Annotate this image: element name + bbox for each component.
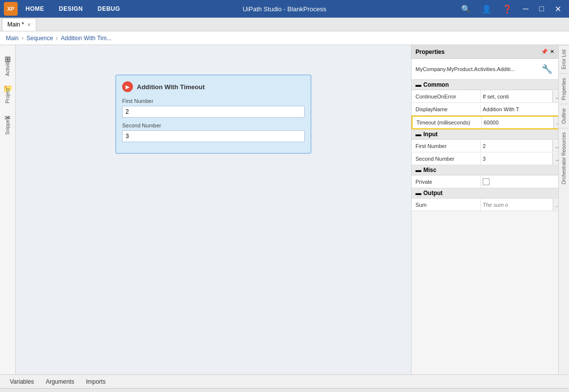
section-output[interactable]: ▬ Output (412, 188, 558, 198)
breadcrumb-sep1: › (22, 35, 24, 42)
prop-sum: Sum … (412, 198, 558, 211)
activity-header: ▶ Addition With Timeout (122, 81, 305, 92)
prop-value-cell-sum: … (480, 199, 564, 211)
output-tabs-bar: Output Breakpoints (0, 388, 569, 392)
tab-breakpoints[interactable]: Breakpoints (33, 390, 76, 392)
prop-name-continue: ContinueOnError (412, 92, 480, 101)
prop-value-cell-first: … (480, 140, 563, 152)
activity-block: ▶ Addition With Timeout First Number Sec… (115, 74, 311, 154)
user-btn[interactable]: 👤 (478, 2, 495, 16)
prop-continue-on-error: ContinueOnError … (412, 90, 558, 103)
wrench-icon: 🔧 (540, 62, 554, 76)
home-nav[interactable]: HOME (19, 2, 51, 15)
properties-title: Properties (415, 49, 444, 55)
help-btn[interactable]: ❓ (498, 2, 516, 16)
section-misc[interactable]: ▬ Misc (412, 165, 558, 175)
prop-private: Private (412, 175, 558, 188)
tab-arguments[interactable]: Arguments (40, 376, 80, 387)
collapse-icon-common: ▬ (415, 81, 421, 88)
section-input[interactable]: ▬ Input (412, 129, 558, 140)
project-label: Project (5, 88, 10, 103)
tab-variables[interactable]: Variables (4, 376, 40, 387)
prop-name-display: DisplayName (412, 104, 480, 114)
activity-path: MyCompany.MyProduct.Activities.Additi... (415, 66, 515, 72)
prop-timeout: Timeout (milliseconds) … (412, 116, 558, 129)
tab-imports[interactable]: Imports (80, 376, 111, 387)
prop-input-second[interactable] (481, 155, 552, 163)
activities-label: Activities (5, 57, 10, 76)
section-common[interactable]: ▬ Common (412, 80, 558, 90)
first-number-label: First Number (122, 98, 305, 104)
bottom-tabs-bar: Variables Arguments Imports (0, 374, 569, 388)
private-checkbox[interactable] (483, 178, 490, 185)
breadcrumb-activity[interactable]: Addition With Tim... (61, 35, 111, 42)
second-number-label: Second Number (122, 122, 305, 128)
canvas-content: ▶ Addition With Timeout First Number Sec… (16, 45, 411, 164)
prop-name-first: First Number (412, 141, 480, 151)
properties-panel: Properties 📌 ✕ MyCompany.MyProduct.Activ… (411, 45, 558, 374)
prop-first-number: First Number … (412, 140, 558, 152)
prop-name-timeout: Timeout (milliseconds) (413, 118, 481, 127)
collapse-icon-misc: ▬ (415, 167, 421, 173)
prop-second-number: Second Number … (412, 152, 558, 165)
collapse-icon-input: ▬ (415, 131, 421, 138)
breadcrumb-main[interactable]: Main (6, 35, 19, 42)
properties-close-btn[interactable]: ✕ (550, 49, 554, 55)
section-output-label: Output (423, 190, 442, 196)
prop-name-sum: Sum (412, 200, 480, 210)
xp-logo: XP (4, 2, 18, 16)
breadcrumb-sequence[interactable]: Sequence (26, 35, 53, 42)
prop-input-continue[interactable] (481, 93, 552, 100)
breadcrumb-sep2: › (56, 35, 58, 42)
prop-value-cell-timeout: … (481, 117, 564, 128)
sidebar-item-activities[interactable]: ⊞ Activities (1, 47, 15, 76)
collapse-icon-output: ▬ (415, 190, 421, 196)
right-tab-properties[interactable]: Properties (559, 74, 569, 104)
prop-input-timeout[interactable] (482, 119, 553, 126)
main-container: ⊞ Activities 📁 Project ✂ Snippets ▶ Addi… (0, 45, 569, 374)
prop-name-second: Second Number (412, 154, 480, 164)
close-btn[interactable]: ✕ (551, 2, 565, 16)
prop-value-cell-display (480, 105, 558, 113)
sidebar-item-snippets[interactable]: ✂ Snippets (1, 106, 15, 135)
section-input-label: Input (423, 131, 438, 138)
prop-value-cell-second: … (480, 153, 563, 165)
prop-input-first[interactable] (481, 142, 552, 150)
nav-menu: XP HOME DESIGN DEBUG (4, 2, 127, 16)
second-number-input[interactable] (122, 130, 305, 142)
section-misc-label: Misc (423, 167, 437, 173)
activity-title: Addition With Timeout (137, 83, 205, 91)
right-tab-orchestrator[interactable]: Orchestrator Resources (559, 128, 569, 188)
window-controls: 🔍 👤 ❓ ─ □ ✕ (457, 2, 565, 16)
tab-bar: Main * ✕ (0, 18, 569, 31)
properties-header: Properties 📌 ✕ (412, 45, 558, 59)
title-bar: XP HOME DESIGN DEBUG UiPath Studio - Bla… (0, 0, 569, 18)
right-tab-outline[interactable]: Outline (559, 104, 569, 128)
tab-close-btn[interactable]: ✕ (27, 22, 31, 27)
debug-nav[interactable]: DEBUG (91, 2, 127, 15)
first-number-input[interactable] (122, 106, 305, 118)
prop-value-cell-private (480, 176, 558, 187)
right-sidebar: Error List Properties Outline Orchestrat… (558, 45, 569, 374)
properties-pin-btn[interactable]: 📌 (541, 49, 548, 55)
prop-display-name: DisplayName (412, 103, 558, 116)
prop-value-cell-continue: … (480, 91, 563, 102)
right-tab-error-list[interactable]: Error List (559, 45, 569, 74)
tab-label: Main * (7, 21, 24, 28)
main-tab[interactable]: Main * ✕ (2, 18, 36, 31)
search-btn[interactable]: 🔍 (457, 2, 475, 16)
minimize-btn[interactable]: ─ (519, 2, 532, 15)
left-sidebar: ⊞ Activities 📁 Project ✂ Snippets (0, 45, 16, 374)
play-icon: ▶ (122, 81, 133, 92)
section-common-label: Common (423, 81, 449, 88)
prop-input-display[interactable] (481, 105, 558, 113)
app-title: UiPath Studio - BlankProcess (243, 5, 327, 13)
breadcrumb: Main › Sequence › Addition With Tim... (0, 31, 569, 45)
snippets-label: Snippets (5, 116, 10, 135)
design-nav[interactable]: DESIGN (52, 2, 90, 15)
maximize-btn[interactable]: □ (535, 2, 548, 15)
prop-input-sum[interactable] (481, 201, 553, 209)
sidebar-item-project[interactable]: 📁 Project (1, 76, 15, 106)
tab-output[interactable]: Output (4, 390, 33, 392)
prop-name-private: Private (412, 177, 480, 187)
